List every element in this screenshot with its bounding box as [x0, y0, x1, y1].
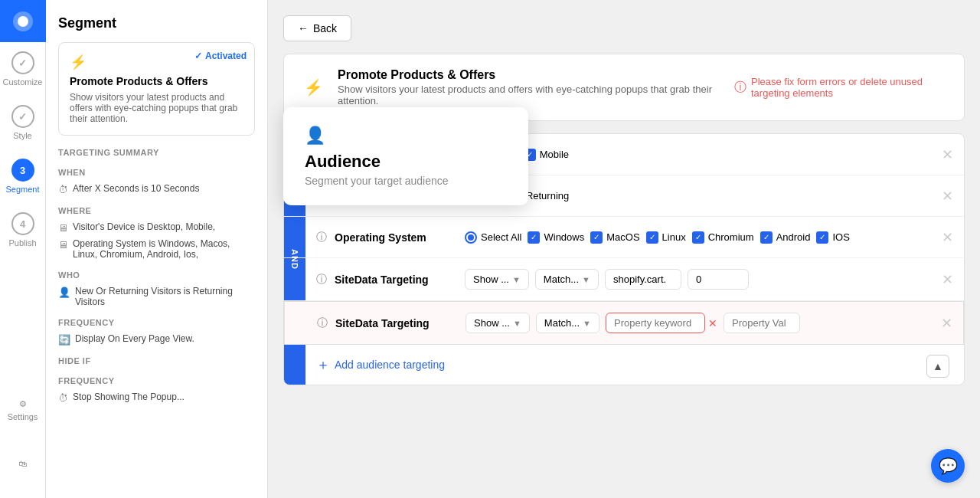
chat-icon: 💬 — [939, 457, 958, 475]
operating-system-label: Operating System — [335, 231, 457, 244]
sitedata-2-delete[interactable]: ✕ — [941, 315, 952, 332]
sitedata-1-match-dropdown[interactable]: Match... ▼ — [535, 269, 599, 290]
operating-system-row: ⓘ Operating System Select All ✓ Windows … — [284, 217, 964, 258]
sitedata-1-label: SiteData Targeting — [335, 274, 457, 286]
mobile-option[interactable]: ✓ Mobile — [524, 149, 569, 161]
android-checkbox[interactable]: ✓ — [760, 231, 773, 244]
chromium-checkbox[interactable]: ✓ — [692, 231, 704, 244]
chevron-up-icon: ▲ — [933, 360, 943, 372]
segment-panel: Segment ✓ Activated ⚡ Promote Products &… — [46, 0, 268, 498]
row-info-icon-5: ⓘ — [317, 316, 328, 330]
windows-checkbox[interactable]: ✓ — [528, 231, 540, 244]
nav-bottom-group: ⚙ Settings 🛍 — [0, 383, 46, 490]
android-option[interactable]: ✓ Android — [760, 231, 811, 244]
settings-icon: ⚙ — [19, 399, 27, 409]
plus-icon: ＋ — [316, 355, 330, 374]
segment-card: ✓ Activated ⚡ Promote Products & Offers … — [58, 42, 255, 136]
sitedata-2-label: SiteData Targeting — [335, 317, 458, 329]
linux-checkbox[interactable]: ✓ — [646, 231, 658, 244]
chat-button[interactable]: 💬 — [931, 449, 965, 483]
stop-icon: ⏱ — [58, 392, 68, 404]
visitor-devices-options: ✓ Desktop ✓ Mobile — [465, 149, 934, 161]
select-all-radio[interactable] — [465, 231, 477, 244]
visitor-devices-delete[interactable]: ✕ — [942, 146, 953, 163]
app-logo[interactable] — [0, 0, 46, 42]
row-info-icon-3: ⓘ — [316, 231, 327, 244]
card-description: Show visitors your latest products and o… — [70, 92, 243, 124]
card-name: Promote Products & Offers — [70, 75, 243, 87]
sitedata-2-key-input[interactable] — [606, 313, 705, 333]
audience-modal-subtitle: Segment your target audience — [305, 175, 507, 187]
sitedata-row-1: ⓘ SiteData Targeting Show ... ▼ Match...… — [284, 258, 964, 301]
who-item: 👤 New Or Returning Visitors is Returning… — [58, 286, 255, 307]
ios-checkbox[interactable]: ✓ — [816, 231, 828, 244]
where-item-2: 🖥 Operating System is Windows, Macos, Li… — [58, 238, 255, 260]
audience-modal-icon: 👤 — [305, 126, 507, 146]
nav-item-style[interactable]: ✓ Style — [0, 96, 46, 149]
chevron-down-icon-3: ▼ — [513, 319, 521, 328]
nav-item-publish[interactable]: 4 Publish — [0, 203, 46, 257]
promo-title: Promote Products & Offers — [338, 68, 724, 82]
sitedata-2-show-dropdown[interactable]: Show ... ▼ — [466, 313, 530, 333]
promo-header-text: Promote Products & Offers Show visitors … — [338, 68, 724, 106]
chromium-option[interactable]: ✓ Chromium — [692, 231, 754, 244]
targeting-summary-label: Targeting Summary — [58, 148, 255, 157]
where-label: WHERE — [58, 206, 255, 215]
device-icon: 🖥 — [58, 222, 68, 234]
sitedata-1-options: Show ... ▼ Match... ▼ — [465, 269, 934, 290]
add-audience-button[interactable]: ＋ Add audience targeting — [284, 345, 964, 385]
clock-icon: ⏱ — [58, 184, 68, 195]
sitedata-1-value-input[interactable] — [688, 269, 749, 290]
refresh-icon: 🔄 — [58, 334, 70, 346]
segment-panel-title: Segment — [58, 15, 255, 31]
frequency-label: FREQUENCY — [58, 318, 255, 327]
row-info-icon-4: ⓘ — [316, 273, 327, 287]
new-returning-options: New ✓ Returning — [468, 190, 934, 202]
nav-item-customize[interactable]: ✓ Customize — [0, 42, 46, 96]
select-all-option[interactable]: Select All — [465, 231, 521, 244]
main-content: ← Back ⚡ Promote Products & Offers Show … — [268, 0, 980, 498]
hide-frequency-item: ⏱ Stop Showing The Popup... — [58, 392, 255, 404]
who-label: WHO — [58, 270, 255, 280]
windows-option[interactable]: ✓ Windows — [528, 231, 584, 244]
warning-message: ⓘ Please fix form errors or delete unuse… — [734, 76, 949, 99]
ios-option[interactable]: ✓ IOS — [816, 231, 849, 244]
back-button[interactable]: ← Back — [283, 15, 351, 41]
scroll-up-button[interactable]: ▲ — [926, 355, 949, 378]
sitedata-1-show-dropdown[interactable]: Show ... ▼ — [465, 269, 529, 290]
sitedata-2-value-input[interactable] — [724, 313, 800, 333]
warning-icon: ⓘ — [734, 80, 746, 96]
frequency-item: 🔄 Display On Every Page View. — [58, 333, 255, 346]
where-item-1: 🖥 Visitor's Device is Desktop, Mobile, — [58, 221, 255, 234]
chevron-down-icon-2: ▼ — [582, 275, 590, 284]
nav-item-settings[interactable]: ⚙ Settings — [0, 383, 46, 437]
sitedata-1-delete[interactable]: ✕ — [942, 271, 953, 288]
check-icon: ✓ — [194, 51, 202, 61]
store-icon: 🛍 — [18, 459, 27, 468]
macos-option[interactable]: ✓ MacOS — [590, 231, 639, 244]
macos-checkbox[interactable]: ✓ — [590, 231, 603, 244]
sitedata-2-match-dropdown[interactable]: Match... ▼ — [536, 313, 599, 333]
segment-number-icon: 3 — [11, 159, 34, 182]
audience-modal: 👤 Audience Segment your target audience — [283, 107, 528, 205]
frequency2-label: FREQUENCY — [58, 376, 255, 385]
nav-item-store[interactable]: 🛍 — [0, 437, 46, 490]
os-options: Select All ✓ Windows ✓ MacOS ✓ Linux — [465, 231, 934, 244]
customize-icon: ✓ — [11, 51, 34, 74]
sitedata-1-key-input[interactable] — [605, 269, 681, 290]
audience-modal-title: Audience — [305, 152, 507, 172]
left-navigation: ✓ Customize ✓ Style 3 Segment 4 Publish … — [0, 0, 46, 498]
sitedata-row-2: ⓘ SiteData Targeting Show ... ▼ Match...… — [284, 301, 964, 345]
chevron-down-icon: ▼ — [512, 275, 521, 284]
promo-bolt-icon: ⚡ — [299, 74, 327, 101]
when-label: WHEN — [58, 168, 255, 177]
activated-badge: ✓ Activated — [194, 51, 247, 61]
nav-item-segment[interactable]: 3 Segment — [0, 149, 46, 203]
when-item: ⏱ After X Seconds is 10 Seconds — [58, 183, 255, 195]
svg-point-1 — [18, 16, 28, 27]
style-icon: ✓ — [11, 105, 34, 128]
new-returning-delete[interactable]: ✕ — [942, 188, 953, 205]
os-delete[interactable]: ✕ — [942, 229, 953, 246]
linux-option[interactable]: ✓ Linux — [646, 231, 686, 244]
back-arrow-icon: ← — [298, 22, 309, 34]
